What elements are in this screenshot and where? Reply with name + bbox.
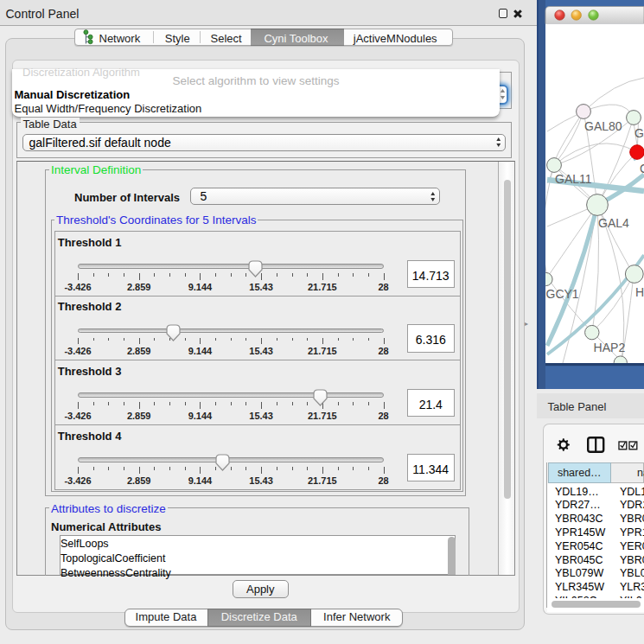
- svg-text:GAL11: GAL11: [555, 172, 592, 186]
- svg-text:GAL4: GAL4: [598, 216, 629, 230]
- svg-text:GCY1: GCY1: [546, 287, 579, 301]
- svg-text:C: C: [640, 162, 644, 175]
- svg-text:HAP2: HAP2: [594, 341, 626, 354]
- svg-text:GA: GA: [634, 126, 644, 140]
- svg-text:H: H: [635, 285, 644, 299]
- svg-text:GAL80: GAL80: [584, 119, 622, 133]
